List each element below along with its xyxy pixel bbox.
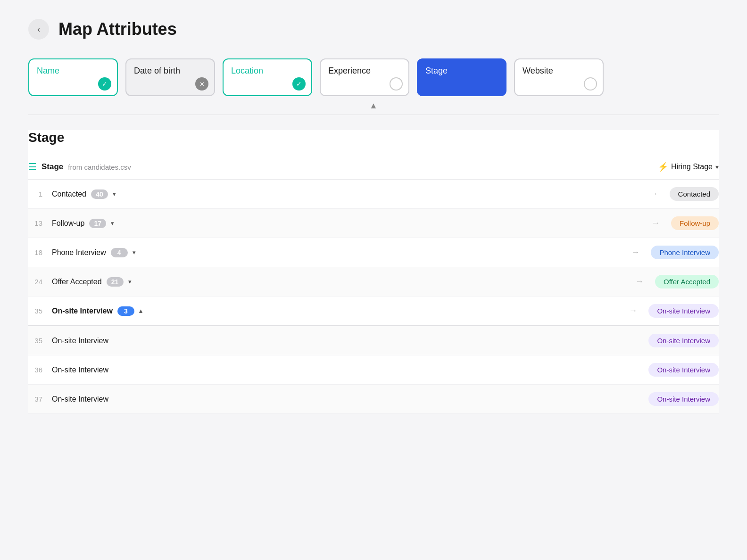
row-name: Phone Interview 4 ▾ [52,248,620,257]
caret-down-icon[interactable]: ▾ [128,278,132,285]
table-row: 13 Follow-up 17 ▾ → Follow-up [28,209,719,238]
stage-tag[interactable]: On-site Interview [648,392,719,406]
count-badge: 4 [111,248,128,257]
row-name: On-site Interview 3 ▴ [52,306,617,316]
source-label: Stage [42,162,63,172]
row-number: 36 [28,366,52,374]
caret-down-icon[interactable]: ▾ [113,190,116,198]
arrow-right-icon: → [624,277,655,287]
row-label: Offer Accepted [52,278,102,286]
row-label: Follow-up [52,219,84,228]
mapping-header: ☰ Stage from candidates.csv ⚡ Hiring Sta… [28,155,719,180]
attributes-row: Name ✓ Date of birth ✕ Location ✓ Experi… [28,58,719,96]
stage-tag[interactable]: Phone Interview [651,246,719,259]
row-label: On-site Interview [52,337,108,345]
page-container: ‹ Map Attributes Name ✓ Date of birth ✕ … [0,0,747,433]
row-label: Contacted [52,190,86,198]
caret-down-icon[interactable]: ▾ [111,220,114,227]
count-badge: 40 [91,189,108,199]
attr-label-name: Name [37,66,59,76]
table-row: 24 Offer Accepted 21 ▾ → Offer Accepted [28,267,719,296]
count-badge: 17 [89,219,106,228]
stage-tag[interactable]: Contacted [670,187,719,201]
row-number: 35 [28,337,52,345]
row-number: 18 [28,248,52,256]
row-name: On-site Interview [52,366,626,374]
row-label: On-site Interview [52,307,113,315]
caret-up-icon[interactable]: ▴ [139,307,142,314]
attr-card-name[interactable]: Name ✓ [28,58,118,96]
count-badge: 3 [117,306,134,316]
x-icon-dob: ✕ [195,77,208,91]
list-icon: ☰ [28,161,37,173]
attr-card-stage[interactable]: Stage [417,58,506,96]
empty-icon-experience [390,77,403,91]
attr-card-location[interactable]: Location ✓ [223,58,312,96]
attr-label-location: Location [231,66,263,76]
row-name: Contacted 40 ▾ [52,189,639,199]
row-label: Phone Interview [52,248,106,257]
empty-icon-website [584,77,597,91]
stage-tag[interactable]: On-site Interview [648,304,719,318]
table-row: 37 On-site Interview On-site Interview [28,385,719,414]
attr-label-stage: Stage [425,66,448,76]
stage-tag[interactable]: Follow-up [671,216,719,230]
stage-section: Stage ☰ Stage from candidates.csv ⚡ Hiri… [28,130,719,414]
attr-card-experience[interactable]: Experience [320,58,409,96]
table-row: 35 On-site Interview On-site Interview [28,326,719,355]
row-number: 37 [28,395,52,403]
section-divider [28,115,719,115]
arrow-right-icon: → [639,189,670,199]
stage-heading: Stage [28,130,719,145]
stage-tag[interactable]: Offer Accepted [655,275,719,288]
row-number: 24 [28,278,52,286]
arrow-right-icon: → [640,218,671,228]
arrow-right-icon: → [617,306,648,316]
table-row: 18 Phone Interview 4 ▾ → Phone Interview [28,238,719,267]
row-name: On-site Interview [52,395,626,404]
back-button[interactable]: ‹ [28,19,49,40]
table-row: 36 On-site Interview On-site Interview [28,355,719,385]
stage-tag[interactable]: On-site Interview [648,363,719,377]
attr-label-experience: Experience [328,66,371,76]
check-icon-location: ✓ [292,77,306,91]
attr-card-dob[interactable]: Date of birth ✕ [125,58,215,96]
caret-down-icon[interactable]: ▾ [133,249,136,256]
attr-label-website: Website [523,66,553,76]
mapping-header-left: ☰ Stage from candidates.csv [28,161,131,173]
divider-arrow: ▲ [28,96,719,111]
row-number: 35 [28,307,52,315]
mapping-table: 1 Contacted 40 ▾ → Contacted 13 Follow-u… [28,180,719,414]
dropdown-arrow-icon[interactable]: ▾ [715,163,719,171]
table-row: 1 Contacted 40 ▾ → Contacted [28,180,719,209]
count-badge: 21 [107,277,124,287]
attr-card-website[interactable]: Website [514,58,604,96]
source-from: from candidates.csv [68,163,131,171]
row-label: On-site Interview [52,366,108,374]
page-header: ‹ Map Attributes [28,19,719,40]
stage-tag[interactable]: On-site Interview [648,334,719,347]
row-label: On-site Interview [52,395,108,404]
check-icon-name: ✓ [98,77,111,91]
row-name: On-site Interview [52,337,626,345]
table-row: 35 On-site Interview 3 ▴ → On-site Inter… [28,296,719,326]
page-title: Map Attributes [58,19,177,39]
row-name: Follow-up 17 ▾ [52,219,640,228]
mapping-header-right[interactable]: ⚡ Hiring Stage ▾ [658,162,719,172]
target-label: Hiring Stage [671,163,713,171]
row-name: Offer Accepted 21 ▾ [52,277,624,287]
attr-label-dob: Date of birth [134,66,180,76]
row-number: 1 [28,190,52,198]
arrow-right-icon: → [620,247,651,257]
row-number: 13 [28,219,52,227]
bolt-icon: ⚡ [658,162,668,172]
